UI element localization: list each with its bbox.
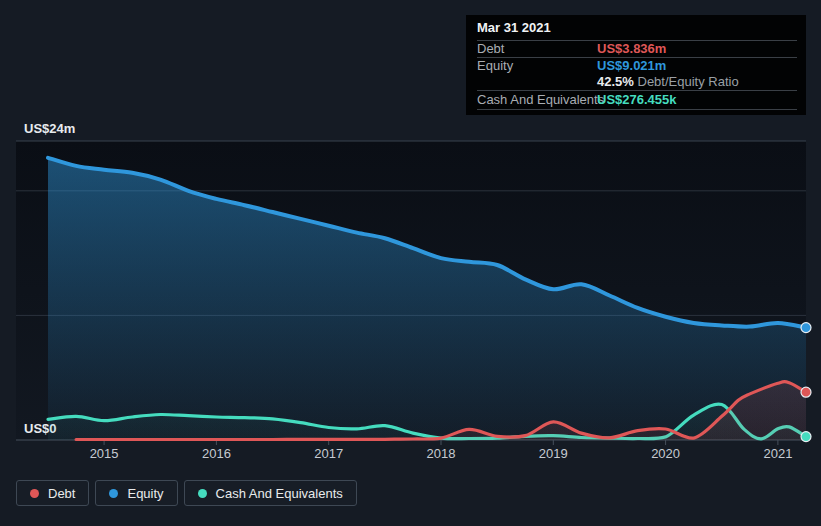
tooltip-debt-label: Debt xyxy=(477,41,504,56)
tooltip-cash-value: US$276.455k xyxy=(597,91,677,109)
legend-equity-label: Equity xyxy=(127,486,163,501)
tooltip-row-debt: Debt US$3.836m xyxy=(477,41,797,58)
app-canvas: { "tooltip": { "date": "Mar 31 2021", "r… xyxy=(0,0,821,526)
equity-endpoint-marker xyxy=(801,323,811,333)
x-tick-label-2015: 2015 xyxy=(90,446,119,461)
tooltip-row-equity: Equity US$9.021m 42.5% Debt/Equity Ratio xyxy=(477,58,797,91)
chart-legend: Debt Equity Cash And Equivalents xyxy=(16,480,357,506)
x-tick-label-2020: 2020 xyxy=(651,446,680,461)
legend-item-debt[interactable]: Debt xyxy=(16,480,89,506)
x-tick-label-2021: 2021 xyxy=(763,446,792,461)
cash-series-dot-icon xyxy=(198,489,207,498)
debt-series-dot-icon xyxy=(30,489,39,498)
tooltip-equity-value: US$9.021m xyxy=(597,58,666,74)
x-tick-label-2017: 2017 xyxy=(314,446,343,461)
x-tick-label-2019: 2019 xyxy=(539,446,568,461)
y-axis-max-label: US$24m xyxy=(24,121,75,136)
tooltip-debt-equity-ratio: 42.5% Debt/Equity Ratio xyxy=(597,74,739,90)
tooltip-debt-value: US$3.836m xyxy=(597,41,666,57)
x-tick-label-2018: 2018 xyxy=(427,446,456,461)
legend-item-cash[interactable]: Cash And Equivalents xyxy=(184,480,357,506)
chart-tooltip: Mar 31 2021 Debt US$3.836m Equity US$9.0… xyxy=(466,15,806,115)
legend-item-equity[interactable]: Equity xyxy=(95,480,177,506)
cash-endpoint-marker xyxy=(801,432,811,442)
debt-endpoint-marker xyxy=(801,387,811,397)
tooltip-equity-label: Equity xyxy=(477,58,513,73)
tooltip-cash-label: Cash And Equivalents xyxy=(477,92,604,107)
x-tick-label-2016: 2016 xyxy=(202,446,231,461)
equity-series-dot-icon xyxy=(109,489,118,498)
tooltip-row-cash: Cash And Equivalents US$276.455k xyxy=(477,91,797,110)
legend-cash-label: Cash And Equivalents xyxy=(216,486,343,501)
legend-debt-label: Debt xyxy=(48,486,75,501)
tooltip-date: Mar 31 2021 xyxy=(477,15,797,41)
